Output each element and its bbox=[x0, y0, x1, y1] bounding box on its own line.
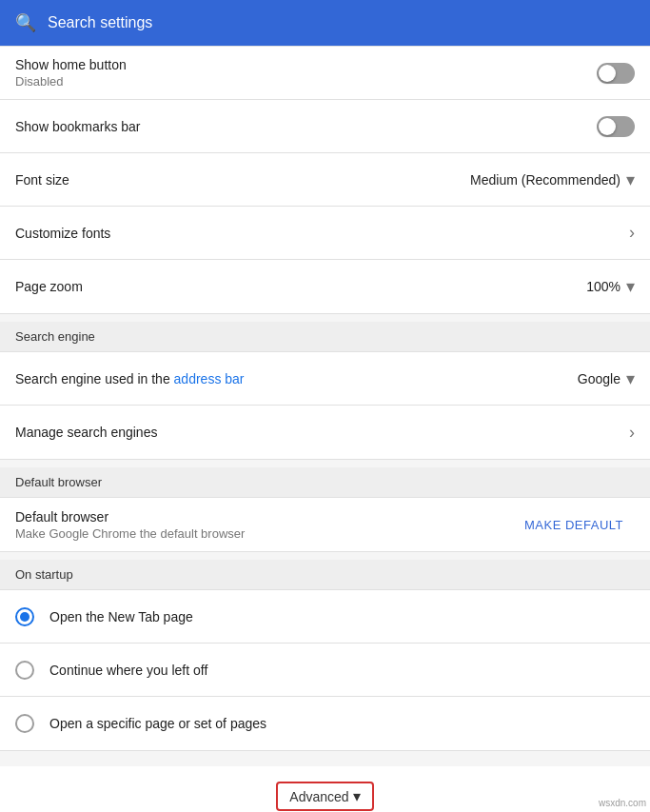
show-home-button-toggle[interactable] bbox=[597, 63, 635, 84]
advanced-button[interactable]: Advanced ▾ bbox=[276, 782, 373, 811]
default-browser-row: Default browser Make Google Chrome the d… bbox=[0, 498, 650, 551]
startup-label-3: Open a specific page or set of pages bbox=[49, 716, 266, 731]
search-engine-section-label: Search engine bbox=[15, 329, 95, 344]
advanced-area: Advanced ▾ bbox=[0, 766, 650, 812]
on-startup-section-header: On startup bbox=[0, 560, 650, 589]
address-bar-link[interactable]: address bar bbox=[174, 371, 245, 386]
default-browser-section-header: Default browser bbox=[0, 467, 650, 497]
startup-label-1: Open the New Tab page bbox=[49, 609, 193, 624]
search-engine-label-prefix: Search engine used in the bbox=[15, 371, 174, 386]
default-browser-sublabel: Make Google Chrome the default browser bbox=[15, 526, 245, 541]
gap-3 bbox=[0, 552, 650, 560]
watermark: wsxdn.com bbox=[599, 798, 646, 808]
startup-radio-2[interactable] bbox=[15, 661, 34, 680]
page-zoom-dropdown-arrow: ▾ bbox=[626, 276, 635, 297]
manage-search-engines-row[interactable]: Manage search engines › bbox=[0, 406, 650, 459]
customize-fonts-label: Customize fonts bbox=[15, 226, 110, 241]
show-bookmarks-bar-label: Show bookmarks bar bbox=[15, 119, 141, 134]
default-browser-section-label: Default browser bbox=[15, 475, 102, 489]
default-browser-settings-group: Default browser Make Google Chrome the d… bbox=[0, 497, 650, 552]
page-zoom-value: 100% bbox=[586, 279, 620, 294]
show-bookmarks-bar-row[interactable]: Show bookmarks bar bbox=[0, 100, 650, 153]
appearance-settings-group: Show home button Disabled Show bookmarks… bbox=[0, 46, 650, 314]
search-engine-settings-group: Search engine used in the address bar Go… bbox=[0, 351, 650, 460]
on-startup-section-label: On startup bbox=[15, 567, 73, 582]
search-icon: 🔍 bbox=[15, 12, 36, 33]
on-startup-radio-group: Open the New Tab page Continue where you… bbox=[0, 589, 650, 751]
startup-option-1[interactable]: Open the New Tab page bbox=[0, 590, 650, 644]
font-size-label: Font size bbox=[15, 172, 69, 188]
default-browser-label: Default browser bbox=[15, 509, 245, 525]
startup-radio-1[interactable] bbox=[15, 607, 34, 626]
show-home-button-label: Show home button bbox=[15, 57, 127, 72]
search-engine-row-label: Search engine used in the address bar bbox=[15, 371, 245, 386]
make-default-button[interactable]: MAKE DEFAULT bbox=[513, 510, 635, 540]
startup-option-2[interactable]: Continue where you left off bbox=[0, 644, 650, 697]
customize-fonts-row[interactable]: Customize fonts › bbox=[0, 207, 650, 260]
advanced-arrow-icon: ▾ bbox=[353, 787, 361, 805]
gap-2 bbox=[0, 460, 650, 467]
font-size-value: Medium (Recommended) bbox=[470, 172, 620, 188]
show-bookmarks-bar-toggle[interactable] bbox=[597, 116, 635, 137]
show-home-button-sublabel: Disabled bbox=[15, 74, 127, 89]
default-browser-label-group: Default browser Make Google Chrome the d… bbox=[15, 509, 245, 541]
show-home-button-label-group: Show home button Disabled bbox=[15, 57, 127, 89]
font-size-dropdown-arrow: ▾ bbox=[626, 169, 635, 190]
page-zoom-label: Page zoom bbox=[15, 279, 83, 294]
page-zoom-row[interactable]: Page zoom 100% ▾ bbox=[0, 260, 650, 313]
startup-option-3[interactable]: Open a specific page or set of pages bbox=[0, 697, 650, 750]
gap-4 bbox=[0, 751, 650, 759]
advanced-label: Advanced bbox=[289, 789, 348, 804]
search-engine-value: Google bbox=[578, 371, 620, 386]
search-engine-row[interactable]: Search engine used in the address bar Go… bbox=[0, 352, 650, 406]
manage-search-engines-label: Manage search engines bbox=[15, 425, 157, 440]
show-home-button-row[interactable]: Show home button Disabled bbox=[0, 47, 650, 100]
startup-radio-3[interactable] bbox=[15, 714, 34, 733]
header: 🔍 Search settings bbox=[0, 0, 650, 46]
page-zoom-dropdown[interactable]: 100% ▾ bbox=[586, 276, 635, 297]
font-size-dropdown[interactable]: Medium (Recommended) ▾ bbox=[470, 169, 635, 190]
font-size-row[interactable]: Font size Medium (Recommended) ▾ bbox=[0, 153, 650, 207]
customize-fonts-chevron: › bbox=[629, 223, 635, 243]
gap-1 bbox=[0, 314, 650, 322]
manage-search-engines-chevron: › bbox=[629, 423, 635, 443]
search-engine-section-header: Search engine bbox=[0, 322, 650, 351]
header-title: Search settings bbox=[48, 14, 152, 31]
startup-label-2: Continue where you left off bbox=[49, 663, 207, 678]
search-engine-dropdown-arrow: ▾ bbox=[626, 368, 635, 389]
search-engine-dropdown[interactable]: Google ▾ bbox=[578, 368, 635, 389]
